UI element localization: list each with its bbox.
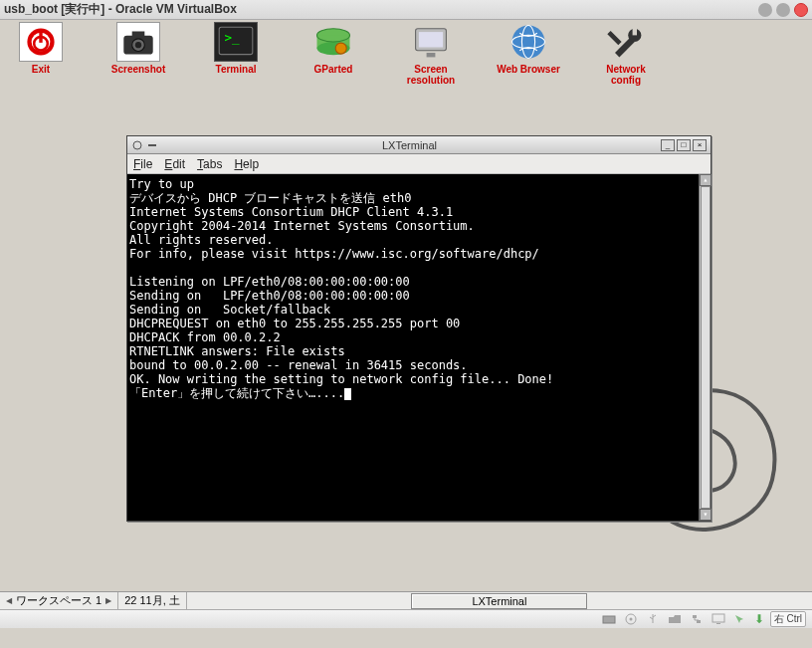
taskbar-task-lxterminal[interactable]: LXTerminal (411, 593, 587, 609)
lxterminal-menubar: File Edit Tabs Help (127, 154, 710, 174)
svg-point-6 (135, 42, 141, 48)
workspace-switcher: ◀ ワークスペース 1 ▶ (0, 592, 118, 609)
maximize-button[interactable]: □ (677, 139, 691, 151)
svg-rect-16 (419, 32, 443, 47)
scroll-thumb[interactable] (701, 186, 710, 509)
status-harddisk-icon[interactable] (601, 612, 617, 626)
status-usb-icon[interactable] (645, 612, 661, 626)
desktop-icons: Exit Screenshot >_ Terminal GParted Scre… (0, 20, 812, 88)
power-icon (19, 22, 63, 62)
workspace-next-button[interactable]: ▶ (103, 596, 113, 606)
svg-rect-30 (712, 614, 724, 622)
status-network-icon[interactable] (689, 612, 705, 626)
terminal-scrollbar[interactable]: ▴ ▾ (699, 174, 710, 521)
window-shade-icon[interactable] (146, 139, 158, 151)
status-optical-icon[interactable] (623, 612, 639, 626)
host-key-captured-icon: ⬇ (754, 612, 764, 626)
svg-point-27 (629, 618, 632, 621)
desktop-icon-gparted[interactable]: GParted (299, 22, 368, 86)
desktop-icon-networkconfig[interactable]: Network config (591, 22, 661, 86)
close-button[interactable]: × (693, 139, 707, 151)
svg-point-14 (335, 43, 346, 54)
svg-rect-25 (603, 616, 615, 623)
terminal-body[interactable]: Try to up デバイスから DHCP ブロードキャストを送信 eth0 I… (127, 174, 710, 521)
vbox-close-button[interactable] (794, 3, 808, 17)
terminal-output: Try to up デバイスから DHCP ブロードキャストを送信 eth0 I… (129, 177, 709, 400)
camera-icon (116, 22, 160, 62)
terminal-cursor (344, 388, 351, 400)
status-shared-folder-icon[interactable] (667, 612, 683, 626)
lxterminal-title: LXTerminal (158, 139, 661, 151)
vbox-titlebar: usb_boot [実行中] - Oracle VM VirtualBox (0, 0, 812, 20)
menu-tabs[interactable]: Tabs (197, 157, 222, 171)
workspace-prev-button[interactable]: ◀ (4, 596, 14, 606)
workspace-label[interactable]: ワークスペース 1 (16, 593, 102, 608)
vbox-title: usb_boot [実行中] - Oracle VM VirtualBox (4, 1, 758, 18)
desktop-icon-label: GParted (314, 64, 353, 75)
globe-icon (507, 22, 550, 62)
scroll-down-button[interactable]: ▾ (700, 509, 711, 521)
disk-icon (311, 22, 355, 62)
minimize-button[interactable]: _ (661, 139, 675, 151)
status-display-icon[interactable] (710, 612, 726, 626)
host-key-label[interactable]: 右 Ctrl (770, 611, 806, 627)
desktop-icon-terminal[interactable]: >_ Terminal (201, 22, 271, 86)
svg-rect-22 (633, 27, 637, 36)
lxterminal-titlebar[interactable]: LXTerminal _ □ × (127, 136, 710, 154)
scroll-up-button[interactable]: ▴ (700, 174, 711, 186)
lxterminal-window: LXTerminal _ □ × File Edit Tabs Help Try… (126, 135, 711, 522)
svg-point-23 (133, 141, 141, 149)
svg-rect-28 (693, 615, 697, 618)
vbox-maximize-button[interactable] (776, 3, 790, 17)
vbox-minimize-button[interactable] (758, 3, 772, 17)
status-mouse-icon[interactable] (732, 612, 748, 626)
svg-text:>_: >_ (224, 30, 240, 45)
desktop-icon-exit[interactable]: Exit (6, 22, 76, 86)
guest-taskbar: ◀ ワークスペース 1 ▶ 22 11月, 土 LXTerminal (0, 591, 812, 609)
svg-rect-24 (148, 144, 156, 146)
guest-desktop: Exit Screenshot >_ Terminal GParted Scre… (0, 20, 812, 609)
menu-edit[interactable]: Edit (164, 157, 185, 171)
menu-help[interactable]: Help (234, 157, 259, 171)
svg-rect-7 (132, 32, 145, 38)
taskbar-date[interactable]: 22 11月, 土 (118, 592, 187, 609)
desktop-icon-label: Exit (32, 64, 50, 75)
svg-rect-31 (716, 623, 720, 624)
window-sticky-icon[interactable] (131, 139, 143, 151)
desktop-icon-label: Network config (591, 64, 661, 86)
vbox-statusbar: ⬇ 右 Ctrl (0, 609, 812, 628)
terminal-icon: >_ (214, 22, 258, 62)
wrench-icon (604, 22, 648, 62)
svg-rect-17 (427, 53, 436, 57)
desktop-icon-label: Terminal (216, 64, 257, 75)
desktop-icon-label: Screenshot (111, 64, 165, 75)
menu-file[interactable]: File (133, 157, 152, 171)
desktop-icon-label: Screen resolution (396, 64, 466, 86)
desktop-icon-label: Web Browser (497, 64, 560, 75)
desktop-icon-screenshot[interactable]: Screenshot (103, 22, 173, 86)
svg-point-18 (512, 26, 545, 59)
desktop-icon-screenres[interactable]: Screen resolution (396, 22, 466, 86)
desktop-icon-browser[interactable]: Web Browser (494, 22, 563, 86)
monitor-icon (409, 22, 453, 62)
